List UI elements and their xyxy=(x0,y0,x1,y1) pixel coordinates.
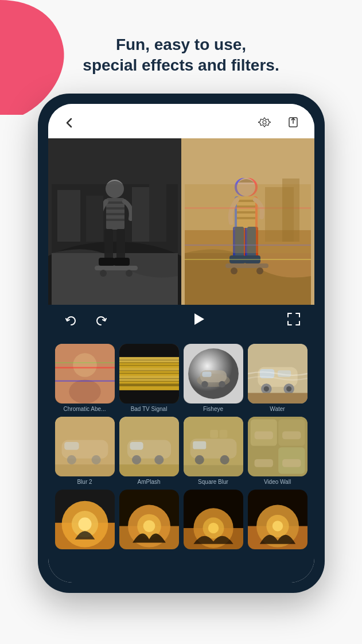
svg-rect-105 xyxy=(193,441,206,449)
effect-amplash[interactable]: AmPlash xyxy=(119,417,179,485)
svg-rect-118 xyxy=(254,459,273,467)
svg-rect-89 xyxy=(248,393,307,403)
effect-squareblur[interactable]: Square Blur xyxy=(184,417,243,485)
fullscreen-icon xyxy=(287,312,301,326)
effect-bottom3[interactable] xyxy=(184,490,243,552)
svg-rect-66 xyxy=(119,383,179,386)
effect-thumb-bottom2 xyxy=(119,490,179,549)
svg-point-107 xyxy=(220,455,229,464)
svg-rect-71 xyxy=(119,373,179,374)
phone-inner: Chromatic Abe... xyxy=(48,104,314,583)
svg-point-18 xyxy=(100,270,107,277)
redo-icon xyxy=(95,315,107,327)
svg-rect-110 xyxy=(219,430,227,438)
svg-rect-72 xyxy=(119,378,179,379)
effect-thumb-fisheye xyxy=(184,344,243,404)
svg-rect-78 xyxy=(202,371,211,377)
video-right-color xyxy=(181,138,314,305)
top-bar xyxy=(48,104,314,138)
svg-point-47 xyxy=(256,267,263,274)
svg-point-134 xyxy=(208,523,218,533)
effect-videowall[interactable]: Video Wall xyxy=(248,417,307,485)
effect-water[interactable]: Water xyxy=(248,344,307,412)
svg-point-106 xyxy=(194,455,204,464)
svg-rect-102 xyxy=(119,464,179,476)
svg-rect-67 xyxy=(119,360,179,360)
svg-point-100 xyxy=(131,455,141,464)
svg-point-46 xyxy=(231,267,238,274)
undo-button[interactable] xyxy=(62,312,80,330)
svg-rect-21 xyxy=(57,190,80,242)
svg-rect-53 xyxy=(282,179,299,242)
video-preview xyxy=(48,138,314,305)
svg-rect-73 xyxy=(119,381,179,381)
top-bar-icons xyxy=(255,113,303,133)
effect-chromatic[interactable]: Chromatic Abe... xyxy=(55,344,115,412)
svg-rect-65 xyxy=(119,375,179,381)
svg-point-139 xyxy=(272,521,282,531)
app-screen: Chromatic Abe... xyxy=(48,104,314,583)
thumb-fisheye-svg xyxy=(184,344,243,404)
svg-rect-17 xyxy=(95,266,138,270)
redo-button[interactable] xyxy=(92,312,110,330)
phone-mockup: Chromatic Abe... xyxy=(0,94,362,593)
svg-rect-60 xyxy=(55,362,115,363)
skater-color-svg xyxy=(181,138,314,305)
svg-rect-117 xyxy=(282,431,301,439)
effect-thumb-water xyxy=(248,344,307,404)
effects-panel: Chromatic Abe... xyxy=(48,337,314,583)
svg-point-88 xyxy=(286,386,291,391)
thumb-bottom4-svg xyxy=(248,490,307,549)
settings-button[interactable] xyxy=(255,113,274,133)
svg-rect-59 xyxy=(55,380,115,381)
svg-rect-58 xyxy=(55,367,115,368)
svg-rect-68 xyxy=(119,362,179,363)
thumb-amplash-svg xyxy=(119,417,179,476)
effect-blur2[interactable]: Blur 2 xyxy=(55,417,115,485)
svg-rect-108 xyxy=(184,465,243,476)
svg-rect-16 xyxy=(114,258,130,266)
svg-rect-119 xyxy=(282,459,301,467)
share-icon xyxy=(287,117,299,129)
svg-rect-99 xyxy=(130,442,143,450)
svg-point-124 xyxy=(78,517,91,530)
header-title: Fun, easy to use, special effects and fi… xyxy=(0,34,362,76)
play-button[interactable] xyxy=(192,312,205,329)
video-left-bw xyxy=(48,138,181,305)
share-button[interactable] xyxy=(283,113,303,133)
effect-fisheye[interactable]: Fisheye xyxy=(184,344,243,412)
effect-bottom4[interactable] xyxy=(248,490,307,552)
svg-point-1 xyxy=(263,121,266,124)
effect-thumb-amplash xyxy=(119,417,179,476)
phone-outer: Chromatic Abe... xyxy=(38,94,325,593)
svg-point-101 xyxy=(154,455,164,464)
svg-point-57 xyxy=(69,379,100,404)
undo-icon xyxy=(65,315,77,327)
effect-label-squareblur: Square Blur xyxy=(198,479,228,485)
effects-grid: Chromatic Abe... xyxy=(55,344,307,552)
thumb-badtv-svg xyxy=(119,344,179,404)
thumb-bottom1-svg xyxy=(55,490,115,549)
effect-badtv[interactable]: Bad TV Signal xyxy=(119,344,179,412)
fullscreen-button[interactable] xyxy=(287,312,301,329)
effect-thumb-bottom4 xyxy=(248,490,307,549)
effect-label-water: Water xyxy=(270,406,285,412)
svg-point-87 xyxy=(263,386,268,391)
svg-point-19 xyxy=(126,270,133,277)
effect-label-blur2: Blur 2 xyxy=(77,479,92,485)
play-icon xyxy=(192,312,205,326)
effect-thumb-bottom1 xyxy=(55,490,115,549)
header-line2: special effects and filters. xyxy=(83,56,279,74)
svg-rect-70 xyxy=(119,370,179,371)
effect-bottom1[interactable] xyxy=(55,490,115,552)
svg-rect-22 xyxy=(86,196,103,242)
effect-bottom2[interactable] xyxy=(119,490,179,552)
thumb-water-svg xyxy=(248,344,307,404)
svg-point-79 xyxy=(201,381,208,387)
back-icon xyxy=(64,118,75,128)
header-line1: Fun, easy to use, xyxy=(116,36,246,53)
back-button[interactable] xyxy=(60,113,79,133)
svg-rect-15 xyxy=(99,258,115,266)
effect-label-videowall: Video Wall xyxy=(264,479,291,485)
svg-rect-50 xyxy=(185,259,311,260)
